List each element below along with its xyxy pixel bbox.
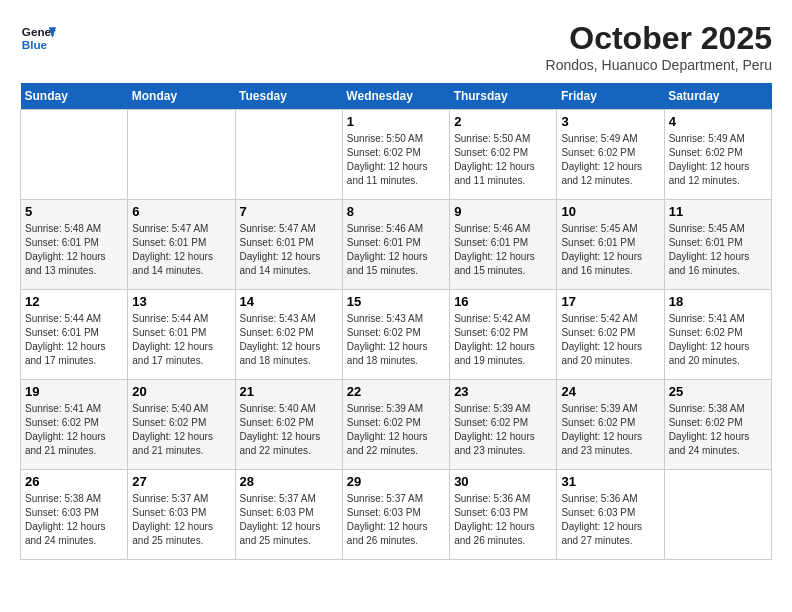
day-info: Sunrise: 5:49 AM Sunset: 6:02 PM Dayligh…: [669, 132, 767, 188]
day-cell: 5Sunrise: 5:48 AM Sunset: 6:01 PM Daylig…: [21, 200, 128, 290]
day-cell: 19Sunrise: 5:41 AM Sunset: 6:02 PM Dayli…: [21, 380, 128, 470]
page-header: General Blue October 2025 Rondos, Huanuc…: [20, 20, 772, 73]
day-number: 23: [454, 384, 552, 399]
day-cell: 3Sunrise: 5:49 AM Sunset: 6:02 PM Daylig…: [557, 110, 664, 200]
day-cell: [128, 110, 235, 200]
day-number: 13: [132, 294, 230, 309]
day-info: Sunrise: 5:44 AM Sunset: 6:01 PM Dayligh…: [25, 312, 123, 368]
day-cell: 21Sunrise: 5:40 AM Sunset: 6:02 PM Dayli…: [235, 380, 342, 470]
day-cell: 8Sunrise: 5:46 AM Sunset: 6:01 PM Daylig…: [342, 200, 449, 290]
week-row-3: 12Sunrise: 5:44 AM Sunset: 6:01 PM Dayli…: [21, 290, 772, 380]
day-info: Sunrise: 5:37 AM Sunset: 6:03 PM Dayligh…: [240, 492, 338, 548]
day-number: 8: [347, 204, 445, 219]
day-cell: 11Sunrise: 5:45 AM Sunset: 6:01 PM Dayli…: [664, 200, 771, 290]
day-cell: 26Sunrise: 5:38 AM Sunset: 6:03 PM Dayli…: [21, 470, 128, 560]
day-cell: 24Sunrise: 5:39 AM Sunset: 6:02 PM Dayli…: [557, 380, 664, 470]
logo-icon: General Blue: [20, 20, 56, 56]
logo: General Blue: [20, 20, 56, 56]
day-info: Sunrise: 5:39 AM Sunset: 6:02 PM Dayligh…: [561, 402, 659, 458]
day-cell: 12Sunrise: 5:44 AM Sunset: 6:01 PM Dayli…: [21, 290, 128, 380]
day-info: Sunrise: 5:40 AM Sunset: 6:02 PM Dayligh…: [240, 402, 338, 458]
day-cell: [664, 470, 771, 560]
day-cell: 30Sunrise: 5:36 AM Sunset: 6:03 PM Dayli…: [450, 470, 557, 560]
day-number: 16: [454, 294, 552, 309]
day-cell: 4Sunrise: 5:49 AM Sunset: 6:02 PM Daylig…: [664, 110, 771, 200]
day-cell: 16Sunrise: 5:42 AM Sunset: 6:02 PM Dayli…: [450, 290, 557, 380]
day-cell: 25Sunrise: 5:38 AM Sunset: 6:02 PM Dayli…: [664, 380, 771, 470]
day-cell: 9Sunrise: 5:46 AM Sunset: 6:01 PM Daylig…: [450, 200, 557, 290]
weekday-header-wednesday: Wednesday: [342, 83, 449, 110]
day-info: Sunrise: 5:40 AM Sunset: 6:02 PM Dayligh…: [132, 402, 230, 458]
month-title: October 2025: [546, 20, 772, 57]
day-cell: 22Sunrise: 5:39 AM Sunset: 6:02 PM Dayli…: [342, 380, 449, 470]
day-info: Sunrise: 5:47 AM Sunset: 6:01 PM Dayligh…: [240, 222, 338, 278]
day-number: 21: [240, 384, 338, 399]
day-cell: 29Sunrise: 5:37 AM Sunset: 6:03 PM Dayli…: [342, 470, 449, 560]
day-info: Sunrise: 5:38 AM Sunset: 6:02 PM Dayligh…: [669, 402, 767, 458]
day-info: Sunrise: 5:47 AM Sunset: 6:01 PM Dayligh…: [132, 222, 230, 278]
day-number: 19: [25, 384, 123, 399]
day-info: Sunrise: 5:41 AM Sunset: 6:02 PM Dayligh…: [25, 402, 123, 458]
day-number: 31: [561, 474, 659, 489]
day-cell: 27Sunrise: 5:37 AM Sunset: 6:03 PM Dayli…: [128, 470, 235, 560]
day-number: 2: [454, 114, 552, 129]
day-info: Sunrise: 5:46 AM Sunset: 6:01 PM Dayligh…: [347, 222, 445, 278]
calendar-table: SundayMondayTuesdayWednesdayThursdayFrid…: [20, 83, 772, 560]
week-row-5: 26Sunrise: 5:38 AM Sunset: 6:03 PM Dayli…: [21, 470, 772, 560]
day-number: 29: [347, 474, 445, 489]
day-info: Sunrise: 5:44 AM Sunset: 6:01 PM Dayligh…: [132, 312, 230, 368]
day-number: 26: [25, 474, 123, 489]
day-number: 17: [561, 294, 659, 309]
day-number: 3: [561, 114, 659, 129]
day-info: Sunrise: 5:48 AM Sunset: 6:01 PM Dayligh…: [25, 222, 123, 278]
day-cell: 18Sunrise: 5:41 AM Sunset: 6:02 PM Dayli…: [664, 290, 771, 380]
day-info: Sunrise: 5:39 AM Sunset: 6:02 PM Dayligh…: [454, 402, 552, 458]
day-number: 30: [454, 474, 552, 489]
day-info: Sunrise: 5:37 AM Sunset: 6:03 PM Dayligh…: [347, 492, 445, 548]
day-number: 9: [454, 204, 552, 219]
week-row-2: 5Sunrise: 5:48 AM Sunset: 6:01 PM Daylig…: [21, 200, 772, 290]
day-number: 28: [240, 474, 338, 489]
title-section: October 2025 Rondos, Huanuco Department,…: [546, 20, 772, 73]
day-number: 24: [561, 384, 659, 399]
day-info: Sunrise: 5:36 AM Sunset: 6:03 PM Dayligh…: [561, 492, 659, 548]
day-info: Sunrise: 5:45 AM Sunset: 6:01 PM Dayligh…: [669, 222, 767, 278]
day-number: 18: [669, 294, 767, 309]
weekday-header-monday: Monday: [128, 83, 235, 110]
day-number: 14: [240, 294, 338, 309]
day-info: Sunrise: 5:38 AM Sunset: 6:03 PM Dayligh…: [25, 492, 123, 548]
day-number: 7: [240, 204, 338, 219]
day-info: Sunrise: 5:46 AM Sunset: 6:01 PM Dayligh…: [454, 222, 552, 278]
day-cell: 20Sunrise: 5:40 AM Sunset: 6:02 PM Dayli…: [128, 380, 235, 470]
day-info: Sunrise: 5:43 AM Sunset: 6:02 PM Dayligh…: [240, 312, 338, 368]
location-subtitle: Rondos, Huanuco Department, Peru: [546, 57, 772, 73]
day-number: 4: [669, 114, 767, 129]
day-info: Sunrise: 5:36 AM Sunset: 6:03 PM Dayligh…: [454, 492, 552, 548]
day-info: Sunrise: 5:50 AM Sunset: 6:02 PM Dayligh…: [347, 132, 445, 188]
day-info: Sunrise: 5:43 AM Sunset: 6:02 PM Dayligh…: [347, 312, 445, 368]
day-cell: 15Sunrise: 5:43 AM Sunset: 6:02 PM Dayli…: [342, 290, 449, 380]
weekday-header-thursday: Thursday: [450, 83, 557, 110]
day-cell: 23Sunrise: 5:39 AM Sunset: 6:02 PM Dayli…: [450, 380, 557, 470]
day-cell: 28Sunrise: 5:37 AM Sunset: 6:03 PM Dayli…: [235, 470, 342, 560]
day-number: 10: [561, 204, 659, 219]
day-cell: [235, 110, 342, 200]
day-info: Sunrise: 5:50 AM Sunset: 6:02 PM Dayligh…: [454, 132, 552, 188]
day-info: Sunrise: 5:39 AM Sunset: 6:02 PM Dayligh…: [347, 402, 445, 458]
weekday-header-friday: Friday: [557, 83, 664, 110]
day-info: Sunrise: 5:45 AM Sunset: 6:01 PM Dayligh…: [561, 222, 659, 278]
day-number: 12: [25, 294, 123, 309]
day-cell: 13Sunrise: 5:44 AM Sunset: 6:01 PM Dayli…: [128, 290, 235, 380]
day-info: Sunrise: 5:42 AM Sunset: 6:02 PM Dayligh…: [454, 312, 552, 368]
day-number: 1: [347, 114, 445, 129]
weekday-header-saturday: Saturday: [664, 83, 771, 110]
week-row-1: 1Sunrise: 5:50 AM Sunset: 6:02 PM Daylig…: [21, 110, 772, 200]
day-number: 5: [25, 204, 123, 219]
day-cell: 7Sunrise: 5:47 AM Sunset: 6:01 PM Daylig…: [235, 200, 342, 290]
day-info: Sunrise: 5:37 AM Sunset: 6:03 PM Dayligh…: [132, 492, 230, 548]
weekday-header-row: SundayMondayTuesdayWednesdayThursdayFrid…: [21, 83, 772, 110]
day-number: 11: [669, 204, 767, 219]
day-cell: [21, 110, 128, 200]
day-cell: 6Sunrise: 5:47 AM Sunset: 6:01 PM Daylig…: [128, 200, 235, 290]
day-info: Sunrise: 5:41 AM Sunset: 6:02 PM Dayligh…: [669, 312, 767, 368]
